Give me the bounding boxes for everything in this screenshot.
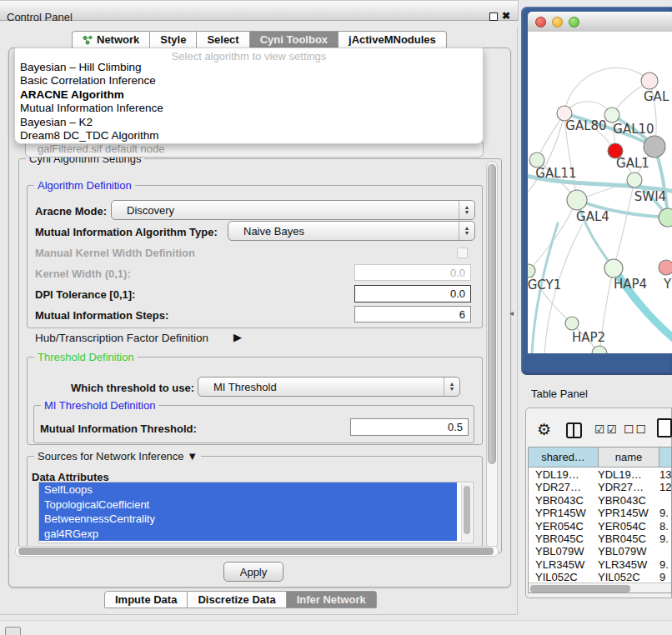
kernel-width-field[interactable]: 0.0 bbox=[354, 264, 471, 281]
table-row[interactable]: YLR345WYLR345W9. bbox=[529, 558, 671, 571]
node-label-swi4: SWI4 bbox=[634, 189, 666, 204]
mi-threshold-field[interactable]: 0.5 bbox=[350, 418, 469, 436]
network-node[interactable] bbox=[659, 208, 672, 227]
checked-boxes-icon[interactable]: ☑☑ bbox=[594, 422, 619, 436]
attribute-item-gal4rgexp[interactable]: gal4RGexp bbox=[39, 527, 457, 542]
tab-select[interactable]: Select bbox=[197, 31, 249, 48]
column-header-a[interactable]: A bbox=[659, 448, 672, 468]
tab-jactivemnodules[interactable]: jActiveMNodules bbox=[339, 31, 447, 48]
float-window-icon[interactable] bbox=[489, 12, 498, 21]
network-graph[interactable]: GALGAL80GAL10GAL1GAL11SWI4GAL4GCY1HAP4YH… bbox=[528, 32, 672, 353]
node-label-gal4: GAL4 bbox=[576, 209, 609, 224]
table-horizontal-scrollbar[interactable] bbox=[529, 582, 671, 593]
panel-toggle-icon[interactable] bbox=[5, 627, 21, 635]
algorithm-option-bayesian-k2[interactable]: Bayesian – K2 bbox=[15, 116, 483, 129]
aracne-mode-combo[interactable]: Discovery ▲▼ bbox=[111, 200, 475, 220]
manual-kernel-checkbox[interactable] bbox=[457, 248, 468, 258]
kernel-width-value: 0.0 bbox=[450, 267, 465, 279]
network-window-titlebar[interactable] bbox=[528, 12, 672, 32]
table-row[interactable]: YBL079WYBL079W bbox=[529, 545, 671, 558]
column-header-name[interactable]: name bbox=[599, 448, 659, 468]
network-node-gal[interactable] bbox=[641, 72, 658, 89]
algorithm-option-dream8-dc-tdc-algorithm[interactable]: Dream8 DC_TDC Algorithm bbox=[15, 129, 483, 142]
mi-steps-field[interactable]: 6 bbox=[354, 306, 471, 322]
table-row[interactable]: YDR27…YDR27…12 bbox=[529, 481, 671, 493]
tab-style[interactable]: Style bbox=[150, 31, 197, 48]
network-node[interactable] bbox=[644, 136, 665, 158]
document-icon[interactable] bbox=[657, 418, 672, 438]
node-label-gal: GAL bbox=[644, 89, 669, 104]
network-node-swi4[interactable] bbox=[627, 172, 642, 188]
algorithm-option-basic-correlation-inference[interactable]: Basic Correlation Inference bbox=[15, 74, 483, 88]
cyni-bottom-tabs: Impute DataDiscretize DataInfer Network bbox=[104, 591, 377, 608]
split-columns-icon[interactable] bbox=[566, 422, 582, 438]
algorithm-option-aracne-algorithm[interactable]: ARACNE Algorithm bbox=[15, 88, 483, 102]
table-cell: 9. bbox=[659, 507, 669, 519]
sources-legend: Sources for Network Inference ▼ bbox=[34, 450, 201, 462]
threshold-definition-legend: Threshold Definition bbox=[34, 351, 138, 363]
table-row[interactable]: YDL19…YDL19…13 bbox=[529, 468, 671, 481]
network-edge[interactable] bbox=[614, 180, 634, 268]
attributes-scrollbar-thumb[interactable] bbox=[464, 486, 470, 534]
column-header-shared[interactable]: shared… bbox=[529, 448, 599, 468]
network-node-hap2[interactable] bbox=[565, 317, 579, 330]
algorithm-dropdown-popup: Select algorithm to view settings Bayesi… bbox=[14, 48, 484, 144]
tab-network[interactable]: Network bbox=[72, 31, 150, 48]
bottom-tab-discretize-data[interactable]: Discretize Data bbox=[188, 591, 286, 608]
bottom-tab-impute-data[interactable]: Impute Data bbox=[104, 591, 188, 608]
attribute-item-topologicalcoefficient[interactable]: TopologicalCoefficient bbox=[39, 498, 457, 512]
settings-horizontal-scrollbar-thumb[interactable] bbox=[18, 548, 494, 555]
dpi-tolerance-label: DPI Tolerance [0,1]: bbox=[35, 288, 135, 301]
which-threshold-combo[interactable]: MI Threshold ▲▼ bbox=[198, 377, 460, 397]
which-threshold-label: Which threshold to use: bbox=[71, 382, 194, 394]
table-row[interactable]: YIL052CYIL052C9 bbox=[529, 571, 671, 582]
table-rows: YDL19…YDL19…13YDR27…YDR27…12YBR043CYBR04… bbox=[529, 468, 671, 582]
network-node-gcy1[interactable] bbox=[528, 264, 535, 278]
collapse-arrow-icon[interactable]: ▼ bbox=[187, 450, 198, 462]
attributes-scrollbar[interactable] bbox=[461, 483, 472, 542]
network-node-gal10[interactable] bbox=[604, 108, 619, 122]
bottom-tab-infer-network[interactable]: Infer Network bbox=[287, 591, 377, 608]
table-row[interactable]: YBR043CYBR043C bbox=[529, 494, 671, 507]
zoom-traffic-light-icon[interactable] bbox=[569, 17, 579, 28]
tab-label: Network bbox=[97, 33, 139, 46]
unchecked-boxes-icon[interactable]: ☐☐ bbox=[624, 422, 648, 436]
table-cell: 9 bbox=[659, 571, 665, 582]
network-icon bbox=[83, 35, 93, 45]
attribute-item-selfloops[interactable]: SelfLoops bbox=[39, 482, 457, 498]
network-node-gal4[interactable] bbox=[567, 190, 587, 210]
pane-resize-cursor: ◂ bbox=[509, 308, 514, 318]
network-edge[interactable] bbox=[564, 68, 649, 113]
close-traffic-light-icon[interactable] bbox=[535, 17, 546, 28]
network-node-hap4[interactable] bbox=[604, 259, 623, 278]
mi-type-combo[interactable]: Naive Bayes ▲▼ bbox=[228, 221, 475, 241]
mi-steps-value: 6 bbox=[459, 308, 465, 321]
table-row[interactable]: YPR145WYPR145W9. bbox=[529, 507, 671, 519]
dpi-tolerance-field[interactable]: 0.0 bbox=[354, 285, 471, 302]
minimize-traffic-light-icon[interactable] bbox=[552, 17, 563, 28]
network-node-y[interactable] bbox=[659, 260, 672, 275]
table-row[interactable]: YBR045CYBR045C9. bbox=[529, 532, 671, 545]
network-view-canvas[interactable]: GALGAL80GAL10GAL1GAL11SWI4GAL4GCY1HAP4YH… bbox=[528, 32, 672, 353]
gear-icon[interactable]: ⚙ bbox=[537, 420, 551, 439]
expand-arrow-icon[interactable]: ▶ bbox=[233, 331, 242, 343]
tab-cyni-toolbox[interactable]: Cyni Toolbox bbox=[250, 31, 339, 48]
network-edge[interactable] bbox=[537, 113, 564, 160]
control-panel-title: Control Panel bbox=[7, 11, 73, 23]
manual-kernel-label: Manual Kernel Width Definition bbox=[35, 247, 195, 259]
tab-label: jActiveMNodules bbox=[349, 33, 436, 46]
table-cell: YBL079W bbox=[535, 545, 584, 558]
stepper-arrows-icon: ▲▼ bbox=[459, 201, 474, 219]
tab-label: Select bbox=[207, 33, 238, 46]
table-header-row: shared…nameA bbox=[529, 448, 672, 468]
close-icon[interactable]: ✖ bbox=[502, 10, 510, 22]
table-cell: 8. bbox=[659, 520, 669, 532]
apply-button[interactable]: Apply bbox=[223, 562, 283, 582]
algorithm-option-bayesian-hill-climbing[interactable]: Bayesian – Hill Climbing bbox=[15, 61, 483, 74]
algorithm-option-mutual-information-inference[interactable]: Mutual Information Inference bbox=[15, 102, 483, 115]
table-row[interactable]: YER054CYER054C8. bbox=[529, 520, 671, 532]
settings-vertical-scrollbar-thumb[interactable] bbox=[488, 164, 496, 464]
table-horizontal-scrollbar-thumb[interactable] bbox=[530, 585, 630, 592]
attribute-item-betweennesscentrality[interactable]: BetweennessCentrality bbox=[39, 512, 457, 527]
aracne-mode-label: Aracne Mode: bbox=[35, 205, 107, 218]
